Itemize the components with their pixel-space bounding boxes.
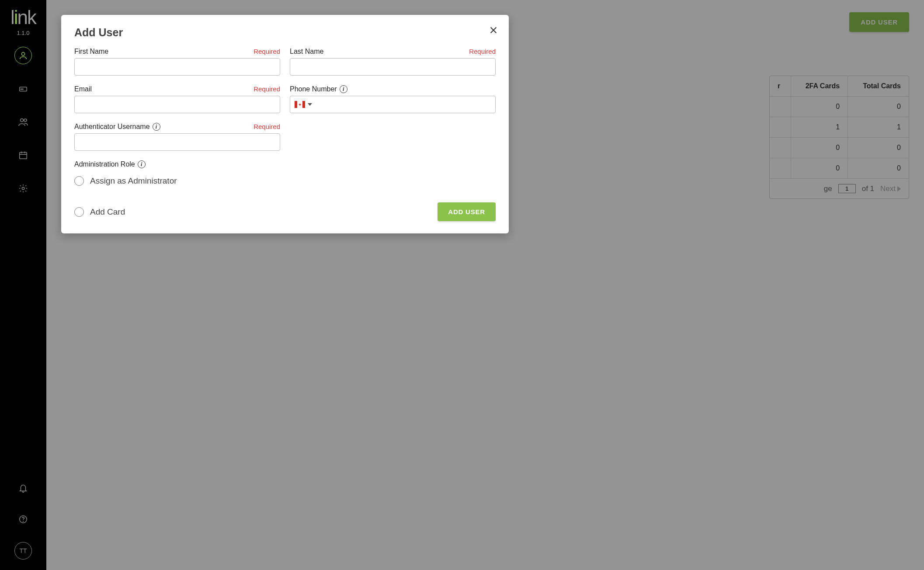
svg-rect-6	[20, 153, 27, 159]
svg-point-0	[21, 52, 24, 56]
assign-admin-radio[interactable]	[74, 176, 84, 186]
svg-point-7	[22, 187, 24, 190]
bell-icon	[18, 483, 28, 493]
add-card-radio[interactable]	[74, 207, 84, 217]
modal-title: Add User	[74, 26, 496, 39]
svg-point-4	[21, 119, 24, 122]
assign-admin-label: Assign as Administrator	[90, 176, 177, 186]
first-name-input[interactable]	[74, 58, 280, 76]
flag-icon	[295, 101, 305, 108]
auth-username-label: Authenticator Username i	[74, 123, 160, 131]
drive-icon	[18, 84, 28, 94]
submit-add-user-button[interactable]: ADD USER	[438, 202, 496, 221]
nav-people[interactable]	[14, 113, 32, 131]
required-label: Required	[254, 85, 280, 93]
nav-icons	[14, 47, 32, 197]
sidebar: link 1.1.0 TT	[0, 0, 46, 570]
last-name-field: Last Name Required	[290, 48, 496, 76]
required-label: Required	[254, 123, 280, 130]
nav-help[interactable]	[14, 511, 32, 528]
gear-icon	[18, 184, 28, 193]
last-name-input[interactable]	[290, 58, 496, 76]
sidebar-bottom: TT	[14, 479, 32, 560]
phone-input-wrap[interactable]	[290, 96, 496, 113]
svg-point-5	[24, 119, 27, 122]
user-icon	[18, 51, 28, 60]
add-card-label: Add Card	[90, 207, 125, 217]
first-name-label: First Name	[74, 48, 108, 56]
email-field: Email Required	[74, 85, 280, 113]
required-label: Required	[254, 48, 280, 55]
email-label: Email	[74, 85, 92, 93]
add-user-modal: Add User First Name Required Last Name R…	[61, 15, 509, 233]
nav-users[interactable]	[14, 47, 32, 64]
avatar[interactable]: TT	[14, 542, 32, 560]
nav-calendar[interactable]	[14, 146, 32, 164]
phone-field: Phone Number i	[290, 85, 496, 113]
info-icon[interactable]: i	[340, 85, 347, 93]
last-name-label: Last Name	[290, 48, 323, 56]
svg-point-9	[23, 521, 24, 521]
help-icon	[18, 514, 28, 524]
calendar-icon	[18, 150, 28, 160]
info-icon[interactable]: i	[153, 123, 160, 131]
phone-label: Phone Number i	[290, 85, 347, 93]
close-button[interactable]	[489, 25, 498, 37]
svg-point-3	[22, 89, 23, 90]
admin-role-label: Administration Role i	[74, 160, 496, 168]
auth-username-input[interactable]	[74, 133, 280, 151]
nav-settings[interactable]	[14, 180, 32, 197]
first-name-field: First Name Required	[74, 48, 280, 76]
assign-admin-row[interactable]: Assign as Administrator	[74, 176, 496, 186]
add-card-row[interactable]: Add Card	[74, 207, 125, 217]
close-icon	[489, 25, 498, 35]
version-label: 1.1.0	[17, 30, 30, 36]
email-input[interactable]	[74, 96, 280, 113]
nav-storage[interactable]	[14, 80, 32, 97]
required-label: Required	[469, 48, 496, 55]
nav-notifications[interactable]	[14, 479, 32, 497]
chevron-down-icon	[308, 103, 312, 106]
people-icon	[18, 117, 28, 127]
info-icon[interactable]: i	[138, 160, 146, 168]
svg-point-2	[21, 89, 22, 90]
auth-username-field: Authenticator Username i Required	[74, 123, 280, 151]
logo: link	[10, 8, 36, 27]
